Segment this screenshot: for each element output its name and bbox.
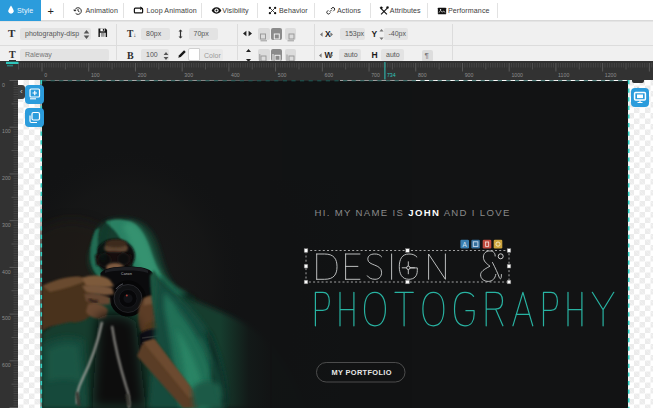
svg-text:HI. MY NAME IS JOHN AND I LOVE: HI. MY NAME IS JOHN AND I LOVE bbox=[315, 207, 511, 218]
svg-text:300: 300 bbox=[184, 72, 193, 78]
svg-text:1200: 1200 bbox=[605, 72, 617, 78]
svg-text:400: 400 bbox=[2, 269, 11, 275]
svg-text:100: 100 bbox=[91, 72, 100, 78]
svg-text:700: 700 bbox=[371, 72, 380, 78]
svg-text:MY PORTFOLIO: MY PORTFOLIO bbox=[332, 368, 392, 377]
svg-text:A: A bbox=[463, 241, 468, 248]
svg-text:500: 500 bbox=[2, 315, 11, 321]
svg-text:1100: 1100 bbox=[558, 72, 569, 78]
svg-text:800: 800 bbox=[418, 72, 427, 78]
svg-text:900: 900 bbox=[465, 72, 474, 78]
svg-text:0: 0 bbox=[44, 72, 47, 78]
svg-text:734: 734 bbox=[387, 72, 396, 78]
svg-text:200: 200 bbox=[138, 72, 147, 78]
svg-text:300: 300 bbox=[2, 222, 11, 228]
svg-text:400: 400 bbox=[231, 72, 240, 78]
svg-text:600: 600 bbox=[325, 72, 334, 78]
svg-text:200: 200 bbox=[2, 175, 11, 181]
svg-text:500: 500 bbox=[278, 72, 287, 78]
svg-text:0: 0 bbox=[2, 82, 5, 88]
svg-text:1000: 1000 bbox=[511, 72, 523, 78]
svg-text:100: 100 bbox=[2, 128, 11, 134]
svg-text:600: 600 bbox=[2, 362, 11, 368]
